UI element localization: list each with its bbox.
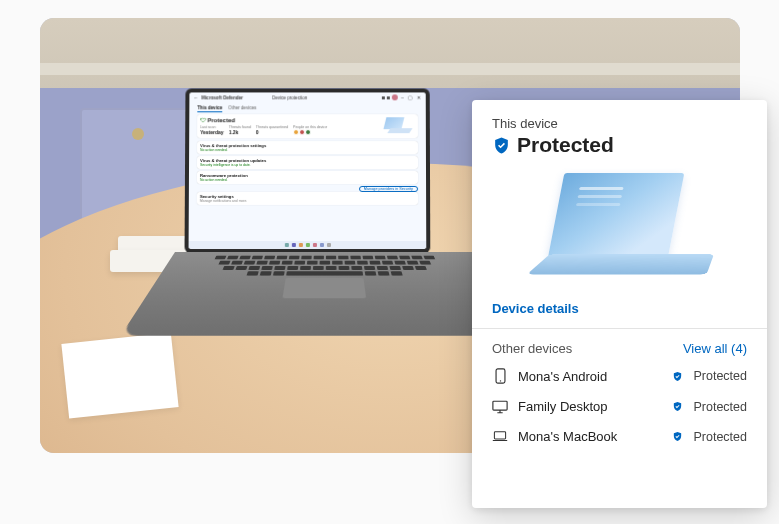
metric-people: People on this device xyxy=(293,125,327,135)
svg-point-1 xyxy=(499,380,500,381)
device-name: Mona's MacBook xyxy=(518,429,662,444)
sync-icon[interactable]: ⟳ xyxy=(382,96,385,99)
laptop-trackpad xyxy=(282,278,366,299)
back-arrow-icon[interactable]: ← xyxy=(193,94,198,100)
device-list-item[interactable]: Family Desktop Protected xyxy=(492,399,747,414)
window-close-button[interactable]: ✕ xyxy=(416,94,422,100)
device-protection-popup: This device Protected Device details Oth… xyxy=(472,100,767,508)
device-illustration-icon xyxy=(385,117,415,137)
other-devices-label: Other devices xyxy=(492,341,572,356)
this-device-label: This device xyxy=(492,116,747,131)
shield-check-icon: 🛡 xyxy=(200,117,206,123)
device-list-item[interactable]: Mona's Android Protected xyxy=(492,368,747,384)
section-virus-protection-settings[interactable]: Virus & threat protection settings No ac… xyxy=(197,141,418,154)
device-status: Protected xyxy=(693,400,747,414)
view-all-link[interactable]: View all (4) xyxy=(683,341,747,356)
shield-check-icon xyxy=(672,371,683,382)
paper-stack xyxy=(61,332,178,418)
app-title: Microsoft Defender xyxy=(201,95,243,100)
device-name: Mona's Android xyxy=(518,369,662,384)
device-list-item[interactable]: Mona's MacBook Protected xyxy=(492,429,747,444)
taskbar-app-icon[interactable] xyxy=(305,243,309,247)
metric-threats-quarantined: Threats quarantined 0 xyxy=(256,125,288,135)
phone-icon xyxy=(492,368,508,384)
shield-check-icon xyxy=(672,431,683,442)
taskbar-app-icon[interactable] xyxy=(312,243,316,247)
manage-providers-button[interactable]: Manage providers in Security xyxy=(359,186,418,192)
shield-check-icon xyxy=(672,401,683,412)
taskbar-app-icon[interactable] xyxy=(291,243,295,247)
help-icon[interactable]: … xyxy=(387,96,390,99)
device-list: Mona's Android Protected Family Desktop … xyxy=(492,368,747,444)
device-status: Protected xyxy=(693,369,747,383)
device-details-link[interactable]: Device details xyxy=(492,301,747,316)
divider xyxy=(472,328,767,329)
tab-other-devices[interactable]: Other devices xyxy=(228,105,256,112)
section-ransomware-protection[interactable]: Ransomware protection No action needed. xyxy=(197,171,418,184)
laptop-keyboard xyxy=(121,252,527,336)
taskbar-start-icon[interactable] xyxy=(284,243,288,247)
protected-status-label: Protected xyxy=(517,133,614,157)
taskbar-app-icon[interactable] xyxy=(298,243,302,247)
app-titlebar: ← Microsoft Defender Device protection ⟳… xyxy=(189,92,425,102)
monitor-icon xyxy=(492,400,508,414)
defender-app-window: ← Microsoft Defender Device protection ⟳… xyxy=(189,92,427,249)
metric-threats-found: Threats found 1.2k xyxy=(229,125,251,135)
window-minimize-button[interactable]: – xyxy=(400,94,405,100)
tab-this-device[interactable]: This device xyxy=(197,105,222,112)
taskbar-app-icon[interactable] xyxy=(326,243,330,247)
taskbar-app-icon[interactable] xyxy=(319,243,323,247)
page-title: Device protection xyxy=(272,95,307,100)
device-hero-illustration xyxy=(490,169,749,299)
user-avatar-icon[interactable] xyxy=(392,94,398,100)
device-name: Family Desktop xyxy=(518,399,662,414)
status-main-label: Protected xyxy=(208,117,236,123)
section-virus-protection-updates[interactable]: Virus & threat protection updates Securi… xyxy=(197,156,418,169)
section-security-settings[interactable]: Security settings Manage notifications a… xyxy=(197,192,418,205)
metric-last-scan: Last scan Yesterday xyxy=(200,125,224,135)
laptop-icon xyxy=(492,430,508,443)
status-summary-card: 🛡 Protected Last scan Yesterday Threats xyxy=(197,114,418,138)
svg-rect-3 xyxy=(494,432,505,439)
backsplash xyxy=(40,63,740,75)
svg-rect-2 xyxy=(493,401,507,410)
window-maximize-button[interactable]: ▢ xyxy=(407,94,414,100)
laptop-device: ← Microsoft Defender Device protection ⟳… xyxy=(175,88,495,368)
tabs-row: This device Other devices xyxy=(197,105,417,112)
laptop-screen-bezel: ← Microsoft Defender Device protection ⟳… xyxy=(185,88,431,253)
shield-check-icon xyxy=(492,136,511,155)
device-status: Protected xyxy=(693,430,747,444)
avatar-icon xyxy=(305,129,311,135)
windows-taskbar xyxy=(189,241,427,249)
